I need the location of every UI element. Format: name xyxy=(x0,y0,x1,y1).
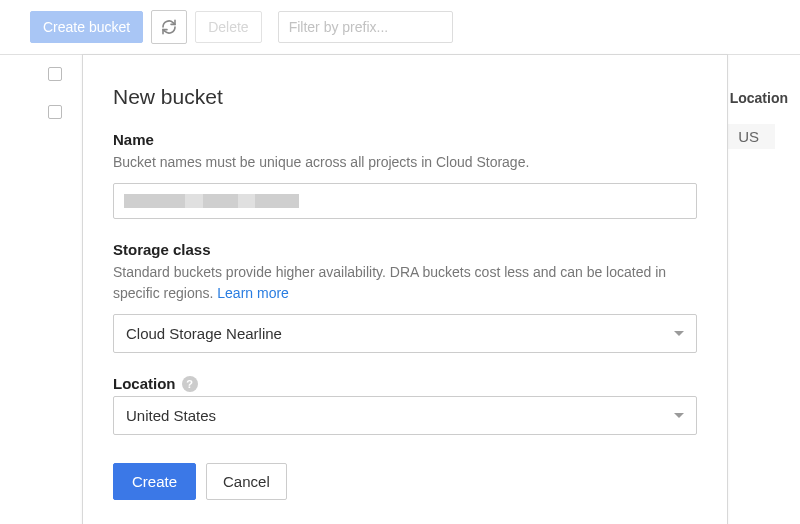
dialog-actions: Create Cancel xyxy=(113,463,697,500)
storage-class-hint: Standard buckets provide higher availabi… xyxy=(113,262,697,304)
chevron-down-icon xyxy=(674,413,684,418)
create-bucket-button[interactable]: Create bucket xyxy=(30,11,143,43)
name-field: Name Bucket names must be unique across … xyxy=(113,131,697,219)
help-icon[interactable]: ? xyxy=(182,376,198,392)
select-all-checkbox[interactable] xyxy=(48,67,62,81)
bucket-name-input[interactable] xyxy=(113,183,697,219)
storage-class-select[interactable]: Cloud Storage Nearline xyxy=(113,314,697,353)
location-column-header: Location xyxy=(730,90,788,106)
filter-input[interactable] xyxy=(278,11,453,43)
location-value: United States xyxy=(126,407,216,424)
name-label: Name xyxy=(113,131,697,148)
name-hint: Bucket names must be unique across all p… xyxy=(113,152,697,173)
refresh-button[interactable] xyxy=(151,10,187,44)
create-button[interactable]: Create xyxy=(113,463,196,500)
new-bucket-dialog: New bucket Name Bucket names must be uni… xyxy=(82,54,728,524)
chevron-down-icon xyxy=(674,331,684,336)
dialog-title: New bucket xyxy=(113,85,697,109)
redacted-value xyxy=(124,194,299,208)
location-label: Location ? xyxy=(113,375,697,392)
location-field: Location ? United States xyxy=(113,375,697,435)
storage-class-label: Storage class xyxy=(113,241,697,258)
learn-more-link[interactable]: Learn more xyxy=(217,285,289,301)
cancel-button[interactable]: Cancel xyxy=(206,463,287,500)
row-checkbox[interactable] xyxy=(48,105,62,119)
refresh-icon xyxy=(161,19,177,35)
toolbar: Create bucket Delete xyxy=(0,0,800,55)
storage-class-field: Storage class Standard buckets provide h… xyxy=(113,241,697,353)
delete-button[interactable]: Delete xyxy=(195,11,261,43)
location-select[interactable]: United States xyxy=(113,396,697,435)
location-cell: US xyxy=(722,124,775,149)
storage-class-value: Cloud Storage Nearline xyxy=(126,325,282,342)
